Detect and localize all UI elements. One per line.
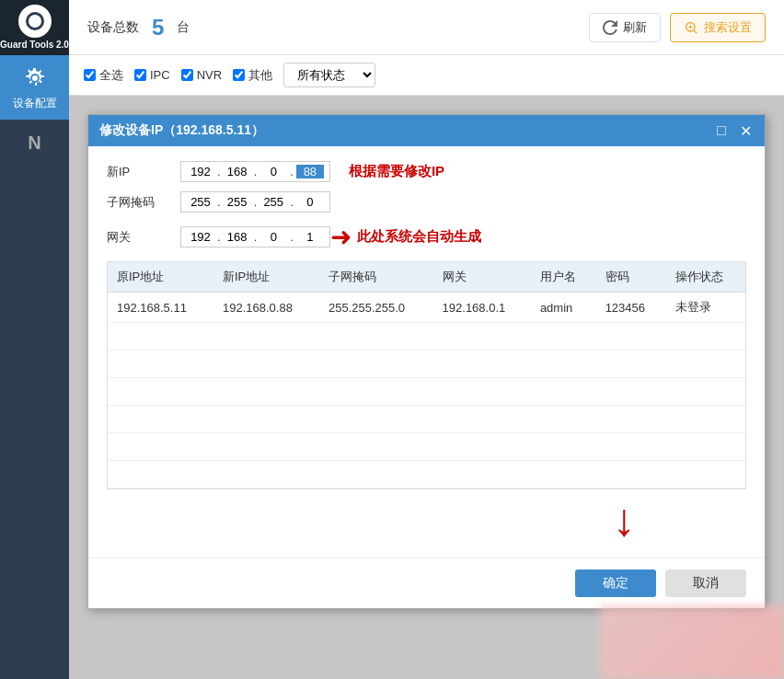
sidebar: Guard Tools 2.0 设备配置 N: [0, 0, 69, 679]
gw-dot-3: .: [289, 230, 294, 244]
refresh-icon: [603, 20, 617, 35]
sidebar-nav-label: N: [28, 132, 40, 154]
devices-count: 5: [152, 15, 164, 40]
subnet-oct1[interactable]: [187, 195, 214, 209]
table-row-empty-6: [108, 461, 745, 489]
main-content: 设备总数 5 台 刷新 搜索设置: [69, 0, 784, 679]
modify-ip-dialog: 修改设备IP（192.168.5.11） □ ✕ 新IP .: [87, 114, 766, 609]
search-settings-icon: [684, 20, 698, 35]
ip-dot-3: .: [289, 165, 294, 178]
th-username: 用户名: [531, 262, 596, 293]
select-all-label: 全选: [99, 67, 123, 84]
search-settings-label: 搜索设置: [704, 19, 752, 36]
refresh-label: 刷新: [623, 19, 647, 36]
devices-unit: 台: [177, 19, 190, 36]
annotation-new-ip: 根据需要修改IP: [349, 163, 444, 180]
gw-dot-1: .: [216, 230, 222, 244]
devices-total-label: 设备总数: [87, 19, 139, 36]
td-gateway: 192.168.0.1: [433, 293, 531, 323]
gateway-row: 网关 . . . ➜ 此处系统会自动生成: [107, 222, 746, 252]
new-ip-row: 新IP . . . 根据需要修改IP: [107, 161, 746, 182]
logo-icon: [18, 5, 52, 38]
dialog-minimize-button[interactable]: □: [713, 122, 730, 139]
new-ip-oct4[interactable]: [296, 165, 324, 178]
table-row-empty-4: [108, 406, 745, 433]
dialog-controls: □ ✕: [713, 122, 754, 139]
sidebar-item-device-config-label: 设备配置: [13, 96, 57, 111]
td-new-ip: 192.168.0.88: [213, 293, 319, 323]
new-ip-oct3[interactable]: [259, 165, 287, 178]
blur-overlay: [600, 605, 784, 679]
subnet-dot-3: .: [289, 195, 294, 209]
td-password: 123456: [596, 293, 666, 323]
new-ip-oct2[interactable]: [224, 165, 251, 178]
search-settings-button[interactable]: 搜索设置: [670, 13, 766, 42]
gateway-oct4[interactable]: [296, 230, 324, 244]
top-bar: 设备总数 5 台 刷新 搜索设置: [69, 0, 784, 55]
new-ip-fields: . . .: [180, 161, 330, 182]
td-subnet: 255.255.255.0: [319, 293, 433, 323]
ipc-input[interactable]: [134, 69, 146, 81]
other-checkbox[interactable]: 其他: [233, 67, 272, 84]
table-row: 192.168.5.11 192.168.0.88 255.255.255.0 …: [108, 293, 745, 323]
table-header-row: 原IP地址 新IP地址 子网掩码 网关 用户名 密码 操作状态: [108, 262, 745, 293]
subnet-label: 子网掩码: [107, 194, 180, 211]
td-orig-ip: 192.168.5.11: [108, 293, 213, 323]
th-new-ip: 新IP地址: [213, 262, 319, 293]
th-subnet: 子网掩码: [319, 262, 433, 293]
td-status: 未登录: [666, 293, 745, 323]
subnet-dot-1: .: [216, 195, 222, 209]
gateway-oct3[interactable]: [259, 230, 287, 244]
gear-icon: [21, 64, 49, 92]
sidebar-item-n[interactable]: N: [0, 120, 69, 166]
nvr-checkbox[interactable]: NVR: [181, 68, 222, 82]
page-body: 修改设备IP（192.168.5.11） □ ✕ 新IP .: [69, 96, 784, 679]
gateway-fields: . . .: [180, 226, 330, 247]
th-status: 操作状态: [666, 262, 745, 293]
ipc-checkbox[interactable]: IPC: [134, 68, 170, 82]
table-row-empty-2: [108, 351, 745, 378]
nvr-label: NVR: [197, 68, 222, 82]
gw-dot-2: .: [253, 230, 259, 244]
ip-dot-1: .: [216, 165, 222, 178]
cancel-button[interactable]: 取消: [665, 570, 746, 597]
app-logo: Guard Tools 2.0: [0, 0, 69, 55]
th-gateway: 网关: [433, 262, 531, 293]
dialog-close-button[interactable]: ✕: [737, 122, 754, 139]
down-arrow-annotation: ↓: [107, 497, 636, 543]
gateway-label: 网关: [107, 229, 180, 246]
ip-table: 原IP地址 新IP地址 子网掩码 网关 用户名 密码 操作状态: [108, 262, 745, 489]
state-select[interactable]: 所有状态 在线 离线: [283, 63, 375, 87]
refresh-button[interactable]: 刷新: [589, 13, 661, 42]
arrow-down-icon: ↓: [613, 497, 636, 543]
new-ip-label: 新IP: [107, 164, 180, 180]
dialog-titlebar: 修改设备IP（192.168.5.11） □ ✕: [88, 115, 765, 146]
other-input[interactable]: [233, 69, 245, 81]
th-password: 密码: [596, 262, 666, 293]
td-username: admin: [531, 293, 596, 323]
subnet-oct3[interactable]: [259, 195, 287, 209]
subnet-oct4[interactable]: [296, 195, 324, 209]
select-all-input[interactable]: [84, 69, 96, 81]
select-all-checkbox[interactable]: 全选: [84, 67, 123, 84]
dialog-title: 修改设备IP（192.168.5.11）: [99, 122, 264, 139]
nvr-input[interactable]: [181, 69, 193, 81]
table-row-empty-1: [108, 323, 745, 351]
ip-dot-2: .: [253, 165, 259, 178]
subnet-oct2[interactable]: [224, 195, 251, 209]
new-ip-oct1[interactable]: [187, 165, 214, 178]
ip-table-container: 原IP地址 新IP地址 子网掩码 网关 用户名 密码 操作状态: [107, 261, 746, 489]
gateway-oct1[interactable]: [187, 230, 214, 244]
other-label: 其他: [248, 67, 272, 84]
table-row-empty-5: [108, 433, 745, 461]
gateway-oct2[interactable]: [224, 230, 251, 244]
filter-bar: 全选 IPC NVR 其他 所有状态 在线 离线: [69, 55, 784, 96]
th-orig-ip: 原IP地址: [108, 262, 213, 293]
arrow-right-icon: ➜: [330, 222, 352, 252]
confirm-button[interactable]: 确定: [575, 570, 656, 597]
app-title: Guard Tools 2.0: [0, 40, 69, 51]
sidebar-item-device-config[interactable]: 设备配置: [0, 55, 69, 120]
dialog-body: 新IP . . . 根据需要修改IP: [88, 146, 765, 558]
subnet-fields: . . .: [180, 191, 330, 213]
ipc-label: IPC: [150, 68, 170, 82]
